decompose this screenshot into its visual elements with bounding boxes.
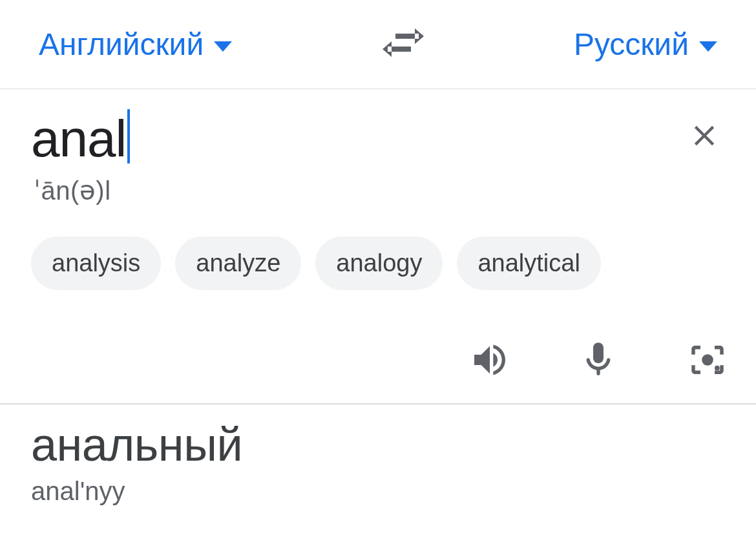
suggestion-chip[interactable]: analogy	[315, 236, 443, 290]
speaker-icon	[469, 339, 510, 381]
source-text-input[interactable]: anal	[31, 111, 684, 167]
svg-point-1	[715, 366, 720, 371]
suggestion-row: analysis analyze analogy analytical	[31, 236, 725, 290]
dropdown-icon	[699, 41, 717, 52]
microphone-icon	[578, 339, 619, 381]
swap-icon	[383, 28, 424, 61]
text-cursor	[127, 109, 130, 163]
voice-input-button[interactable]	[578, 339, 619, 381]
source-language-select[interactable]: Английский	[39, 26, 232, 62]
swap-languages-button[interactable]	[376, 22, 430, 67]
svg-point-0	[702, 354, 713, 366]
suggestion-chip[interactable]: analyze	[175, 236, 301, 290]
translation-transliteration: anal'nyy	[31, 477, 725, 506]
suggestion-chip[interactable]: analysis	[31, 236, 161, 290]
camera-input-button[interactable]	[686, 339, 729, 381]
translation-text[interactable]: анальный	[31, 420, 725, 470]
source-language-label: Английский	[39, 26, 204, 62]
input-action-row	[469, 339, 729, 381]
target-language-select[interactable]: Русский	[574, 26, 717, 62]
suggestion-chip[interactable]: analytical	[457, 236, 600, 290]
source-panel: anal ˈān(ə)l analysis analyze analogy an…	[0, 89, 756, 404]
source-text: anal	[31, 111, 126, 167]
target-panel: анальный anal'nyy	[0, 404, 756, 523]
language-bar: Английский Русский	[0, 0, 756, 89]
clear-button[interactable]	[684, 115, 725, 156]
dropdown-icon	[214, 41, 232, 52]
close-icon	[688, 119, 721, 152]
camera-lens-icon	[686, 339, 729, 381]
target-language-label: Русский	[574, 26, 689, 62]
listen-button[interactable]	[469, 339, 510, 381]
source-pronunciation: ˈān(ə)l	[34, 176, 725, 205]
